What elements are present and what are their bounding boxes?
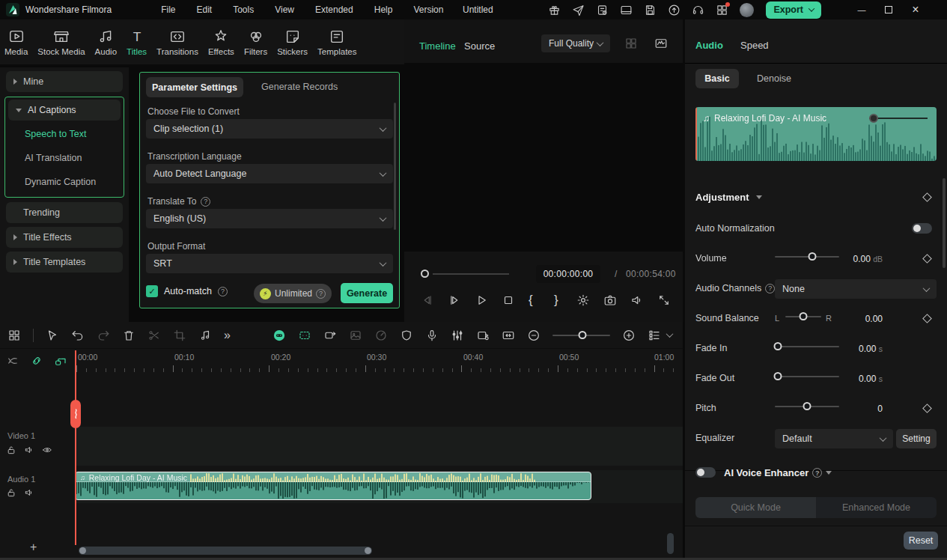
gift-icon[interactable] — [548, 4, 561, 16]
generate-button[interactable]: Generate — [341, 283, 393, 303]
equalizer-setting-button[interactable]: Setting — [896, 429, 937, 448]
seek-track[interactable] — [433, 273, 509, 275]
promote-icon[interactable] — [572, 4, 585, 16]
chevron-down-icon[interactable] — [666, 330, 674, 338]
sidebar-item-ai-translation[interactable]: AI Translation — [5, 146, 124, 170]
collapse-arrow-icon[interactable] — [826, 471, 832, 475]
unlimited-badge[interactable]: ⚡ Unlimited ? — [254, 284, 332, 303]
help-icon[interactable]: ? — [218, 287, 228, 296]
audio-clip-card[interactable]: ♫ Relaxing Lofi Day - AI Music — [695, 107, 937, 161]
stop-button[interactable] — [502, 293, 515, 307]
support-headset-icon[interactable] — [692, 4, 704, 16]
transcription-language-dropdown[interactable]: Auto Detect Language — [146, 164, 393, 183]
help-icon[interactable]: ? — [765, 284, 775, 293]
mask-icon[interactable] — [400, 329, 413, 342]
timeline-ruler[interactable]: 00:00 00:10 00:20 00:30 00:40 00:50 01:0… — [0, 350, 683, 374]
timeline-zoom-slider[interactable] — [552, 330, 610, 341]
sidebar-item-mine[interactable]: Mine — [6, 71, 123, 92]
maximize-button[interactable] — [875, 0, 902, 19]
choose-file-dropdown[interactable]: Clip selection (1) — [146, 119, 393, 139]
link-clips-icon[interactable] — [30, 354, 43, 368]
delete-icon[interactable] — [122, 329, 135, 342]
video-track-lane[interactable] — [75, 427, 683, 466]
keyframe-icon[interactable] — [922, 404, 932, 413]
panel-scrollbar[interactable] — [394, 103, 396, 230]
ai-voice-enhancer-toggle[interactable] — [695, 467, 716, 478]
fit-timeline-icon[interactable] — [502, 329, 515, 342]
redo-icon[interactable] — [97, 329, 110, 342]
audio-tool-icon[interactable] — [198, 329, 212, 342]
tab-titles[interactable]: TTitles — [127, 28, 147, 56]
tab-transitions[interactable]: Transitions — [156, 28, 198, 56]
snapshot-icon[interactable] — [603, 293, 617, 307]
collapse-arrow-icon[interactable] — [756, 195, 762, 199]
playhead-line[interactable] — [75, 350, 76, 545]
auto-normalization-toggle[interactable] — [912, 223, 932, 234]
tab-source-preview[interactable]: Source — [464, 40, 495, 52]
task-list-icon[interactable] — [596, 4, 609, 16]
select-tool-icon[interactable] — [46, 329, 59, 342]
undo-icon[interactable] — [71, 329, 85, 342]
zoom-in-icon[interactable] — [622, 329, 636, 342]
sidebar-item-trending[interactable]: Trending — [6, 202, 123, 223]
layout-icon[interactable] — [620, 4, 633, 16]
multi-view-icon[interactable] — [624, 37, 638, 50]
tab-stock-media[interactable]: Stock Media — [37, 28, 85, 56]
tab-media[interactable]: Media — [4, 28, 28, 56]
play-button[interactable] — [475, 293, 488, 307]
tab-stickers[interactable]: Stickers — [277, 28, 308, 56]
export-clip-icon[interactable] — [323, 329, 337, 342]
avatar[interactable] — [740, 3, 754, 17]
upload-cloud-icon[interactable] — [668, 4, 680, 16]
fullscreen-icon[interactable] — [657, 293, 671, 307]
render-preview-icon[interactable] — [476, 329, 490, 342]
close-button[interactable]: × — [902, 0, 929, 19]
menu-tools[interactable]: Tools — [233, 4, 254, 15]
menu-view[interactable]: View — [275, 4, 294, 15]
menu-version[interactable]: Version — [413, 4, 443, 15]
split-scissors-icon[interactable] — [147, 329, 161, 342]
keyframe-icon[interactable] — [922, 192, 932, 202]
crop-icon[interactable] — [173, 329, 186, 342]
sidebar-item-title-effects[interactable]: Title Effects — [6, 227, 123, 248]
help-icon[interactable]: ? — [812, 468, 822, 478]
auto-caption-icon[interactable] — [298, 329, 311, 342]
media-browser-icon[interactable] — [7, 329, 21, 342]
track-manager-icon[interactable] — [648, 329, 661, 342]
preview-viewport[interactable] — [404, 63, 683, 252]
record-voiceover-icon[interactable] — [425, 329, 439, 342]
vertical-scrollbar[interactable] — [667, 533, 674, 554]
sound-balance-slider[interactable] — [785, 311, 821, 322]
menu-edit[interactable]: Edit — [197, 4, 213, 15]
menu-help[interactable]: Help — [374, 4, 393, 15]
speaker-icon[interactable] — [24, 445, 34, 455]
scopes-icon[interactable] — [654, 37, 668, 50]
more-tools-icon[interactable]: » — [224, 329, 231, 342]
menu-file[interactable]: File — [161, 4, 175, 15]
save-icon[interactable] — [644, 4, 657, 16]
previous-frame-button[interactable] — [421, 293, 434, 307]
playback-settings-icon[interactable] — [576, 293, 590, 307]
lock-icon[interactable] — [6, 487, 16, 498]
snap-icon[interactable] — [6, 354, 19, 368]
apps-grid-icon[interactable] — [716, 4, 728, 16]
audio-clip[interactable]: ♫ Relaxing Lofi Day - AI Music — [75, 472, 591, 500]
tab-audio[interactable]: Audio — [95, 28, 117, 56]
playhead-grip[interactable] — [70, 400, 81, 428]
audio-channels-dropdown[interactable]: None — [775, 279, 937, 299]
mute-icon[interactable] — [630, 293, 644, 307]
reset-button[interactable]: Reset — [904, 532, 938, 550]
equalizer-dropdown[interactable]: Default — [775, 429, 893, 448]
tab-effects[interactable]: Effects — [208, 28, 234, 56]
add-track-button[interactable]: + — [30, 541, 37, 554]
quality-dropdown[interactable]: Full Quality — [541, 34, 610, 52]
ai-assistant-icon[interactable] — [272, 329, 286, 342]
sidebar-item-speech-to-text[interactable]: Speech to Text — [5, 122, 124, 146]
sidebar-item-dynamic-caption[interactable]: Dynamic Caption — [5, 170, 124, 194]
speed-icon[interactable] — [374, 329, 388, 342]
lock-icon[interactable] — [6, 445, 16, 455]
card-slider-handle[interactable] — [869, 114, 878, 123]
eye-icon[interactable] — [42, 445, 52, 455]
translate-to-dropdown[interactable]: English (US) — [146, 209, 393, 228]
keyframe-icon[interactable] — [922, 314, 932, 323]
